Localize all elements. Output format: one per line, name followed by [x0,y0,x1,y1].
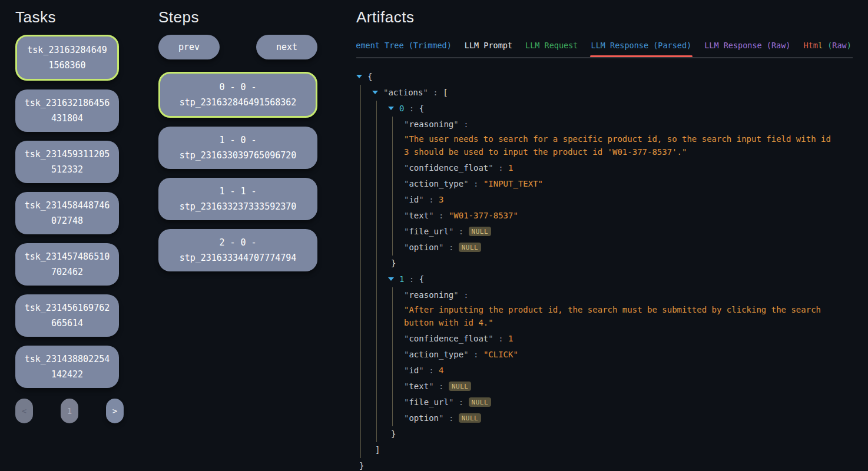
text: : [493,163,508,173]
text: " [429,382,433,391]
null-badge: NULL [469,227,492,236]
text: reasoning [409,290,453,300]
text: : [424,195,439,204]
text: confidence_float [409,163,488,173]
tasks-title: Tasks [15,8,119,26]
text: id [409,366,419,375]
text: : [459,290,469,300]
text: " [453,120,458,129]
text: : [469,350,483,359]
json-value: 3 [439,195,443,204]
text: : [404,104,419,113]
task-button[interactable]: tsk_231632846491568360 [15,35,119,81]
tasks-panel: Tasks tsk_231632846491568360tsk_23163218… [15,8,119,423]
json-key: "file_url" [404,397,453,407]
text: action_type [409,179,463,188]
step-list: 0 - 0 - stp_2316328464915683621 - 0 - st… [158,72,317,271]
task-button[interactable]: tsk_231459311205512332 [15,141,119,183]
tab-label-segment: ) [847,41,852,50]
pagination-page-button[interactable]: 1 [61,399,78,423]
text: " [419,195,423,204]
tab-llm-response-parsed[interactable]: LLM Response (Parsed) [591,41,692,57]
text: file_url [409,227,448,236]
step-button[interactable]: 2 - 0 - stp_231633344707774794 [158,229,317,271]
json-value: 1 [508,334,513,343]
json-bracket: } [359,461,364,470]
text: " [463,350,468,359]
json-line: 0 : { [388,101,838,117]
text: " [423,88,428,97]
collapse-toggle-icon[interactable] [356,69,367,85]
tree-branch: 0 : {"reasoning" :"The user needs to sea… [376,101,838,442]
json-line: } [388,426,838,442]
tab-llm-request[interactable]: LLM Request [525,41,578,57]
tab-html-raw[interactable]: Html (Raw) [804,41,852,57]
json-key: "confidence_float" [404,163,493,173]
text: id [409,195,419,204]
task-button[interactable]: tsk_231438802254142422 [15,346,119,388]
json-line: "file_url" : NULL [404,224,838,240]
text: : [434,211,449,220]
artifacts-panel: Artifacts Element Tree (Trimmed)LLM Prom… [356,8,853,471]
tab-llm-response-raw[interactable]: LLM Response (Raw) [704,41,790,57]
json-key: "id" [404,366,424,375]
tab-llm-prompt[interactable]: LLM Prompt [465,41,512,57]
steps-title: Steps [158,8,317,26]
json-bracket: [ [443,88,448,97]
task-button[interactable]: tsk_231456169762665614 [15,294,119,337]
json-value: "After inputting the product id, the sea… [404,303,838,329]
pagination-next-button[interactable]: > [106,399,124,423]
task-button[interactable]: tsk_231632186456431804 [15,89,119,132]
json-key: "file_url" [404,227,453,236]
text: text [409,211,429,220]
null-badge: NULL [469,397,492,407]
tab-label-segment: Htm [804,41,818,50]
tree-branch: "reasoning" :"The user needs to search f… [392,117,838,256]
json-line: "id" : 3 [404,192,838,208]
step-button[interactable]: 1 - 1 - stp_231633237333592370 [158,178,317,220]
json-bracket: { [419,274,424,284]
text: : [453,227,468,236]
collapse-toggle-icon[interactable] [388,271,399,287]
json-bracket: ] [375,445,380,455]
json-line: "action_type" : "CLICK" [404,347,838,363]
json-line: } [388,256,838,271]
json-line: "actions" : [ [372,85,838,101]
tab-label-segment: ( [823,41,832,50]
json-key: "reasoning" [404,120,459,129]
task-button[interactable]: tsk_231458448746072748 [15,192,119,234]
step-button[interactable]: 0 - 0 - stp_231632846491568362 [158,72,317,118]
json-key: "confidence_float" [404,334,493,343]
artifacts-title: Artifacts [356,8,853,26]
text: " [429,211,433,220]
text: : [453,397,468,407]
json-bracket: { [419,104,424,113]
collapse-toggle-icon[interactable] [388,101,399,117]
json-key: "action_type" [404,350,469,359]
prev-step-button[interactable]: prev [158,35,220,59]
text: reasoning [409,120,453,129]
tab-label-segment: Raw [832,41,846,50]
text: : [443,243,458,252]
text: confidence_float [409,334,488,343]
task-button[interactable]: tsk_231457486510702462 [15,243,119,286]
text: : [424,366,439,375]
text: option [409,243,439,252]
pagination-prev-button[interactable]: < [15,399,33,423]
json-key: "reasoning" [404,290,459,300]
null-badge: NULL [459,243,482,252]
text: : [459,120,469,129]
artifact-tabs: Element Tree (Trimmed)LLM PromptLLM Requ… [356,41,853,58]
json-key: "actions" [383,88,428,97]
next-step-button[interactable]: next [256,35,317,59]
step-button[interactable]: 1 - 0 - stp_231633039765096720 [158,127,317,169]
collapse-toggle-icon[interactable] [372,85,383,101]
text: " [419,366,423,375]
tab-element-tree-trimmed[interactable]: Element Tree (Trimmed) [356,41,452,57]
json-tree: {"actions" : [0 : {"reasoning" :"The use… [356,69,838,471]
step-nav: prev next [158,35,317,59]
json-key: "option" [404,413,443,423]
json-bracket: } [391,258,396,268]
text: actions [388,88,423,97]
text: file_url [409,397,448,407]
